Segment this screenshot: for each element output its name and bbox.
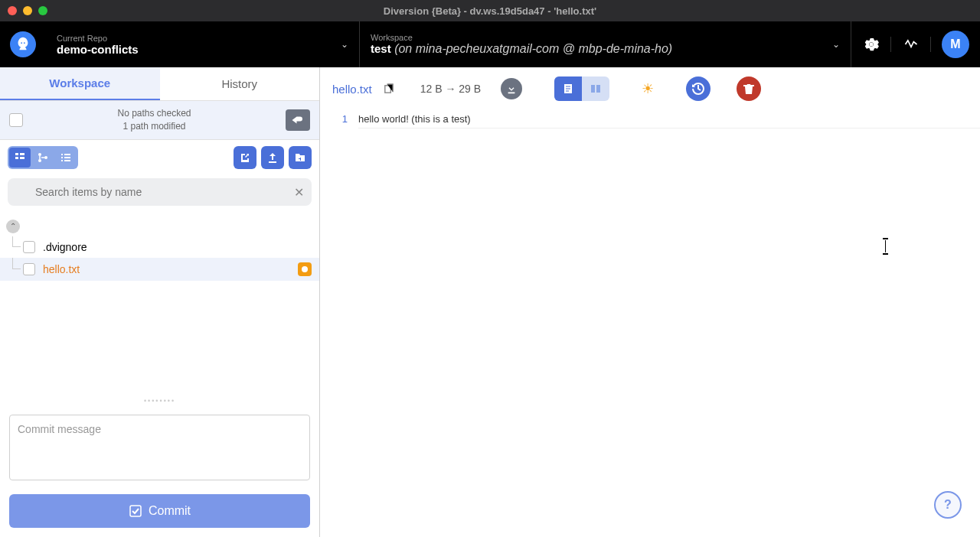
tree-view-button[interactable] [9, 148, 31, 168]
check-icon [129, 504, 142, 518]
svg-point-2 [38, 159, 41, 162]
minimize-window-button[interactable] [23, 6, 32, 15]
file-name: .dvignore [43, 241, 87, 253]
app-logo[interactable] [0, 21, 46, 67]
sun-icon: ☀ [642, 80, 654, 97]
undo-icon [291, 114, 305, 126]
delete-button[interactable] [737, 76, 761, 101]
tree-item[interactable]: .dvignore [0, 236, 319, 258]
branch-icon [37, 151, 49, 164]
activity-button[interactable] [891, 37, 931, 52]
external-link-icon [239, 151, 251, 164]
file-name: hello.txt [43, 263, 80, 275]
status-text: No paths checked 1 path modified [23, 107, 286, 133]
chevron-down-icon: ⌄ [832, 39, 840, 50]
trash-icon [743, 83, 754, 95]
list-view-button[interactable] [55, 148, 77, 168]
workspace-detail: (on mina-pecheuxatgmail-com @ mbp-de-min… [391, 42, 673, 55]
search-input[interactable] [8, 178, 312, 206]
file-history-button[interactable] [686, 76, 710, 101]
window-title: Diversion {Beta} - dv.ws.19d5da47 - 'hel… [384, 5, 596, 17]
content-header: hello.txt 12 B → 29 B ☀ [320, 67, 980, 110]
file-tree: ⌃ .dvignore hello.txt [0, 213, 319, 396]
list-icon [60, 151, 72, 164]
content-area: hello.txt 12 B → 29 B ☀ [320, 67, 980, 537]
folder-plus-icon [294, 151, 306, 164]
copy-icon [383, 83, 394, 95]
svg-rect-9 [596, 85, 600, 93]
svg-rect-8 [591, 85, 595, 93]
commit-area: Commit [0, 405, 319, 537]
new-folder-button[interactable] [289, 146, 312, 169]
toolbar-row [0, 140, 319, 175]
branch-view-button[interactable] [32, 148, 54, 168]
repo-name: demo-conflicts [57, 43, 139, 56]
repo-selector[interactable]: Current Repo demo-conflicts ⌄ [46, 21, 360, 67]
svg-point-1 [38, 153, 41, 156]
history-icon [691, 82, 705, 96]
topbar: Current Repo demo-conflicts ⌄ Workspace … [0, 21, 980, 67]
main-area: Workspace History No paths checked 1 pat… [0, 67, 980, 537]
tab-history[interactable]: History [160, 67, 320, 100]
open-external-button[interactable] [234, 146, 256, 169]
resize-handle[interactable]: •••••••• [0, 396, 319, 405]
maximize-window-button[interactable] [38, 6, 47, 15]
download-button[interactable] [501, 78, 522, 99]
file-size-info: 12 B → 29 B [420, 83, 481, 95]
line-number: 1 [320, 113, 358, 537]
svg-point-0 [869, 43, 873, 47]
tab-workspace[interactable]: Workspace [0, 67, 160, 100]
gear-icon [864, 37, 879, 52]
tree-item[interactable]: hello.txt [0, 258, 319, 281]
document-icon [562, 83, 574, 95]
copy-path-button[interactable] [383, 83, 394, 95]
current-filename: hello.txt [332, 83, 372, 96]
window-titlebar: Diversion {Beta} - dv.ws.19d5da47 - 'hel… [0, 0, 980, 21]
sidebar: Workspace History No paths checked 1 pat… [0, 67, 320, 537]
file-checkbox[interactable] [23, 241, 35, 253]
settings-button[interactable] [851, 37, 891, 52]
file-checkbox[interactable] [23, 263, 35, 275]
clear-search-button[interactable]: ✕ [294, 184, 304, 199]
upload-button[interactable] [261, 146, 284, 169]
chevron-down-icon: ⌄ [341, 39, 348, 50]
diff-view-button[interactable] [582, 76, 609, 101]
status-row: No paths checked 1 path modified [0, 101, 319, 140]
split-icon [590, 83, 602, 95]
repo-label: Current Repo [57, 34, 139, 43]
upload-icon [266, 151, 279, 164]
help-button[interactable]: ? [934, 491, 962, 519]
line-content: hello world! (this is a test) [358, 113, 980, 129]
select-all-checkbox[interactable] [9, 113, 23, 127]
workspace-name: test [371, 42, 391, 55]
code-editor[interactable]: 1 hello world! (this is a test) [320, 110, 980, 537]
sidebar-tabs: Workspace History [0, 67, 319, 101]
commit-button[interactable]: Commit [9, 494, 310, 528]
help-icon: ? [944, 498, 952, 512]
view-toggle [554, 76, 609, 101]
diversion-logo-icon [15, 36, 31, 53]
undo-button[interactable] [286, 109, 310, 131]
text-cursor-icon [885, 240, 886, 252]
theme-toggle-button[interactable]: ☀ [635, 76, 660, 101]
avatar-initial: M [950, 37, 960, 51]
workspace-selector[interactable]: Workspace test (on mina-pecheuxatgmail-c… [360, 21, 851, 67]
view-mode-group [8, 146, 78, 169]
svg-point-3 [44, 156, 47, 159]
traffic-lights [8, 6, 47, 15]
user-avatar[interactable]: M [942, 31, 969, 58]
tree-icon [14, 151, 26, 164]
search-row: ✕ [0, 175, 319, 213]
workspace-label: Workspace [371, 33, 672, 42]
activity-icon [903, 37, 919, 52]
svg-rect-5 [130, 506, 141, 516]
download-icon [506, 83, 517, 94]
commit-message-input[interactable] [9, 415, 310, 480]
source-view-button[interactable] [554, 76, 582, 101]
modified-badge [298, 262, 312, 276]
collapse-toggle[interactable]: ⌃ [6, 220, 20, 233]
close-window-button[interactable] [8, 6, 17, 15]
